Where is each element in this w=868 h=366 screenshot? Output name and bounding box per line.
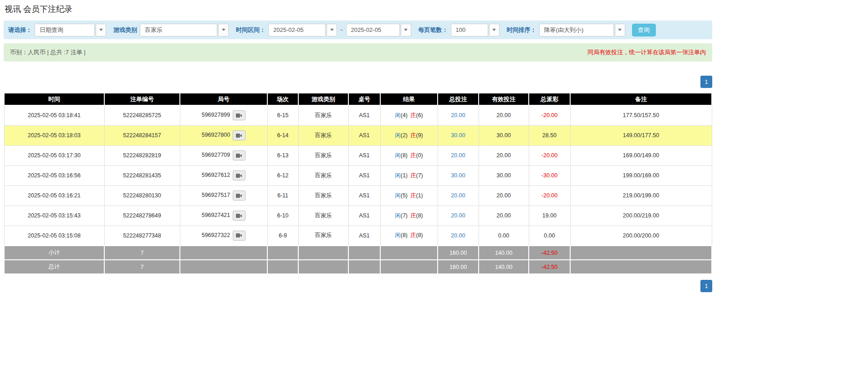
subtotal-valid-bet: 140.00 bbox=[479, 246, 529, 260]
cell-round: 596927421 bbox=[180, 206, 267, 226]
round-video-button[interactable] bbox=[233, 110, 245, 120]
round-video-button[interactable] bbox=[233, 130, 245, 140]
subtotal-count: 7 bbox=[104, 246, 180, 260]
date-to-select[interactable]: 2025-02-05 bbox=[346, 24, 400, 36]
table-header-row: 时间 注单编号 局号 场次 游戏类别 桌号 结果 总投注 有效投注 总派彩 备注 bbox=[4, 93, 712, 105]
result-player-score: (4) bbox=[401, 112, 408, 119]
date-from-select[interactable]: 2025-02-05 bbox=[268, 24, 326, 36]
round-video-button[interactable] bbox=[233, 150, 245, 160]
round-id: 596927517 bbox=[202, 192, 230, 198]
time-sort-select[interactable]: 降幂(由大到小) bbox=[539, 24, 614, 36]
game-type-select[interactable]: 百家乐 bbox=[140, 24, 217, 36]
cell-result: 闲(7)庄(8) bbox=[380, 206, 438, 226]
result-banker-score: (0) bbox=[416, 152, 423, 159]
result-banker-label: 庄 bbox=[410, 132, 416, 139]
cell-payout: -30.00 bbox=[529, 165, 570, 186]
table-row: 2025-02-05 03:16:56 522248281435 5969276… bbox=[4, 165, 712, 186]
cell-session: 6-13 bbox=[267, 145, 298, 165]
cell-bet-id: 522248282819 bbox=[104, 145, 180, 165]
footer-empty-cell bbox=[298, 246, 348, 260]
subtotal-total-bet: 160.00 bbox=[438, 246, 479, 260]
result-player-score: (2) bbox=[401, 132, 408, 139]
cell-valid-bet: 30.00 bbox=[479, 125, 529, 145]
cell-valid-bet: 20.00 bbox=[479, 105, 529, 125]
col-header-time: 时间 bbox=[4, 93, 104, 105]
cell-round: 596927800 bbox=[180, 125, 267, 145]
date-to-caret-button[interactable] bbox=[401, 24, 411, 36]
cell-bet-id: 522248278649 bbox=[104, 206, 180, 226]
result-player-label: 闲 bbox=[395, 172, 401, 179]
time-sort-caret-button[interactable] bbox=[615, 24, 625, 36]
cell-bet-id: 522248284157 bbox=[104, 125, 180, 145]
round-id: 596927800 bbox=[202, 132, 230, 138]
cell-game-type: 百家乐 bbox=[298, 145, 348, 165]
cell-time: 2025-02-05 03:18:03 bbox=[4, 125, 104, 145]
chevron-down-icon bbox=[330, 29, 334, 31]
cell-time: 2025-02-05 03:16:21 bbox=[4, 186, 104, 206]
result-player-label: 闲 bbox=[395, 232, 401, 238]
cell-game-type: 百家乐 bbox=[298, 186, 348, 206]
query-type-value: 日期查询 bbox=[40, 26, 63, 34]
bet-records-table: 时间 注单编号 局号 场次 游戏类别 桌号 结果 总投注 有效投注 总派彩 备注… bbox=[4, 93, 712, 274]
total-count: 7 bbox=[104, 260, 180, 274]
result-player-score: (7) bbox=[401, 212, 408, 219]
subtotal-payout: -42.50 bbox=[529, 246, 570, 260]
footer-empty-cell bbox=[180, 260, 267, 274]
video-camera-icon bbox=[236, 233, 242, 238]
cell-table-no: AS1 bbox=[348, 125, 380, 145]
game-type-value: 百家乐 bbox=[145, 26, 163, 34]
cell-bet-id: 522248285725 bbox=[104, 105, 180, 125]
cell-time: 2025-02-05 03:17:30 bbox=[4, 145, 104, 165]
cell-total-bet: 20.00 bbox=[438, 186, 479, 206]
col-header-table-no: 桌号 bbox=[348, 93, 380, 105]
cell-round: 596927322 bbox=[180, 226, 267, 246]
video-camera-icon bbox=[236, 133, 242, 138]
result-player-label: 闲 bbox=[395, 152, 401, 159]
page-size-caret-button[interactable] bbox=[489, 24, 500, 36]
page-1-button[interactable]: 1 bbox=[700, 76, 712, 88]
round-video-button[interactable] bbox=[233, 231, 245, 241]
cell-session: 6-11 bbox=[267, 186, 298, 206]
cell-total-bet: 30.00 bbox=[438, 165, 479, 186]
total-total-bet: 160.00 bbox=[438, 260, 479, 274]
round-video-button[interactable] bbox=[233, 191, 245, 201]
cell-game-type: 百家乐 bbox=[298, 125, 348, 145]
footer-empty-cell bbox=[380, 246, 438, 260]
cell-payout: -20.00 bbox=[529, 105, 570, 125]
cell-session: 6-14 bbox=[267, 125, 298, 145]
table-row: 2025-02-05 03:17:30 522248282819 5969277… bbox=[4, 145, 712, 165]
cell-table-no: AS1 bbox=[348, 226, 380, 246]
game-type-caret-button[interactable] bbox=[218, 24, 229, 36]
query-type-label: 请选择： bbox=[8, 26, 32, 34]
page-size-select[interactable]: 100 bbox=[451, 24, 488, 36]
result-banker-score: (8) bbox=[416, 212, 423, 219]
result-player-label: 闲 bbox=[395, 212, 401, 219]
cell-bet-id: 522248277348 bbox=[104, 226, 180, 246]
footer-empty-cell bbox=[348, 246, 380, 260]
query-type-select[interactable]: 日期查询 bbox=[35, 24, 95, 36]
chevron-down-icon bbox=[404, 29, 408, 31]
cell-valid-bet: 30.00 bbox=[479, 165, 529, 186]
video-camera-icon bbox=[236, 213, 242, 218]
round-video-button[interactable] bbox=[233, 211, 245, 221]
cell-payout: 19.00 bbox=[529, 206, 570, 226]
col-header-total-bet: 总投注 bbox=[438, 93, 479, 105]
page-1-button[interactable]: 1 bbox=[700, 280, 712, 292]
search-button[interactable]: 查询 bbox=[632, 24, 656, 36]
time-sort-label: 时间排序： bbox=[507, 26, 536, 34]
cell-table-no: AS1 bbox=[348, 105, 380, 125]
chevron-down-icon bbox=[222, 29, 225, 31]
video-camera-icon bbox=[236, 113, 242, 118]
cell-payout: 28.50 bbox=[529, 125, 570, 145]
round-video-button[interactable] bbox=[233, 170, 245, 180]
result-banker-label: 庄 bbox=[410, 112, 416, 119]
date-from-caret-button[interactable] bbox=[327, 24, 337, 36]
cell-game-type: 百家乐 bbox=[298, 165, 348, 186]
cell-remark: 200.00/219.00 bbox=[570, 206, 712, 226]
cell-total-bet: 20.00 bbox=[438, 145, 479, 165]
query-type-caret-button[interactable] bbox=[96, 24, 106, 36]
cell-remark: 169.00/149.00 bbox=[570, 145, 712, 165]
chevron-down-icon bbox=[492, 29, 496, 31]
result-player-score: (8) bbox=[401, 152, 408, 159]
total-valid-bet: 140.00 bbox=[479, 260, 529, 274]
